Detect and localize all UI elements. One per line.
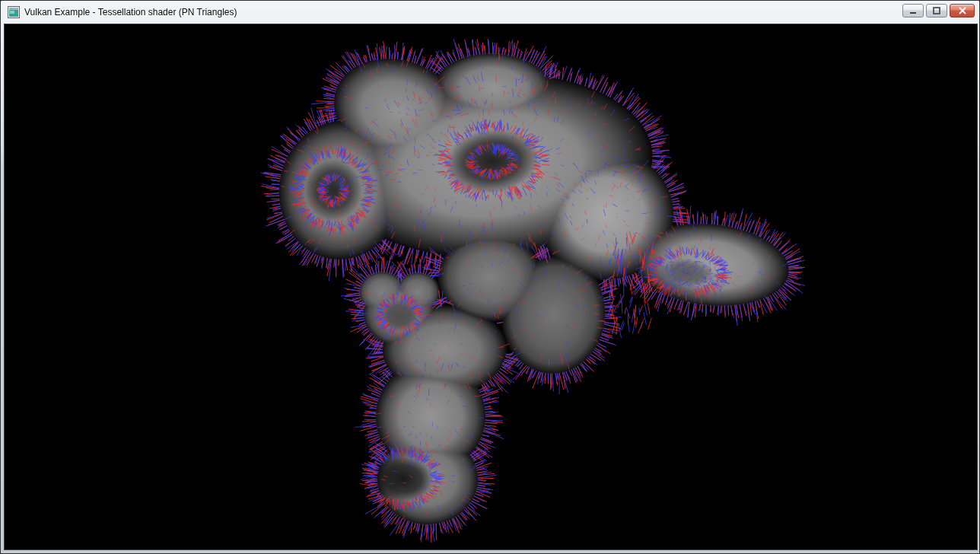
minimize-icon bbox=[908, 7, 918, 14]
app-icon-glyph bbox=[8, 6, 20, 18]
title-bar[interactable]: Vulkan Example - Tessellation shader (PN… bbox=[1, 1, 979, 23]
maximize-button[interactable] bbox=[926, 4, 947, 18]
window-title: Vulkan Example - Tessellation shader (PN… bbox=[24, 7, 237, 18]
app-window: Vulkan Example - Tessellation shader (PN… bbox=[0, 0, 980, 554]
window-controls bbox=[902, 4, 975, 18]
app-icon[interactable] bbox=[8, 6, 20, 18]
close-icon bbox=[958, 7, 967, 14]
close-button[interactable] bbox=[950, 4, 975, 18]
maximize-icon bbox=[932, 7, 941, 14]
vulkan-viewport-canvas[interactable] bbox=[5, 24, 977, 549]
render-area bbox=[4, 24, 978, 550]
minimize-button[interactable] bbox=[902, 4, 924, 18]
